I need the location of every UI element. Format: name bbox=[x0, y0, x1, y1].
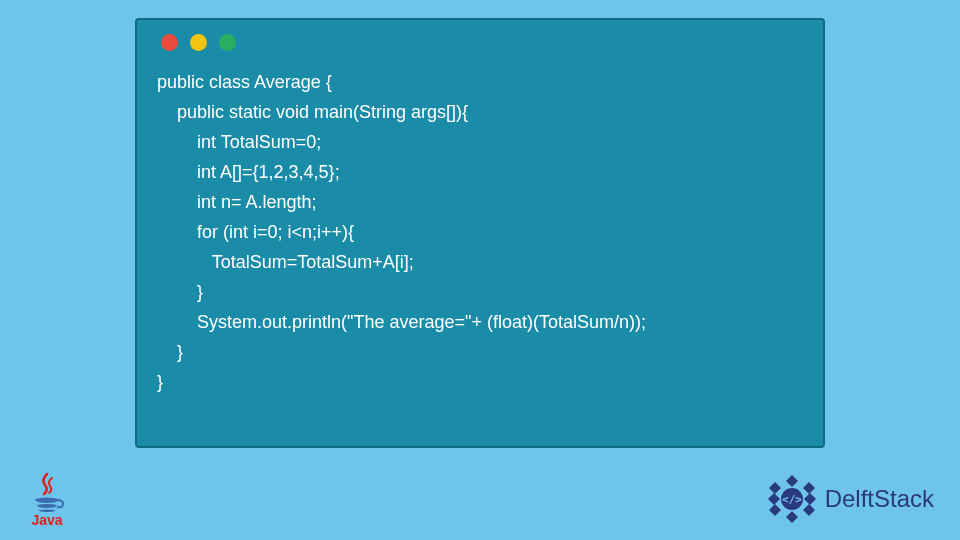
code-line: public class Average { bbox=[157, 72, 332, 92]
code-window: public class Average { public static voi… bbox=[135, 18, 825, 448]
svg-marker-1 bbox=[803, 482, 815, 494]
code-block: public class Average { public static voi… bbox=[157, 67, 803, 397]
code-line: int A[]={1,2,3,4,5}; bbox=[157, 162, 340, 182]
java-logo: Java bbox=[20, 472, 74, 532]
maximize-icon bbox=[219, 34, 236, 51]
svg-text:</>: </> bbox=[782, 493, 802, 506]
svg-marker-7 bbox=[769, 482, 781, 494]
svg-marker-4 bbox=[786, 511, 798, 523]
code-line: public static void main(String args[]){ bbox=[157, 102, 468, 122]
code-line: System.out.println("The average="+ (floa… bbox=[157, 312, 646, 332]
svg-marker-5 bbox=[769, 504, 781, 516]
close-icon bbox=[161, 34, 178, 51]
code-line: int n= A.length; bbox=[157, 192, 317, 212]
traffic-lights bbox=[161, 34, 803, 51]
delftstack-logo: </> DelftStack bbox=[765, 472, 934, 526]
code-line: for (int i=0; i<n;i++){ bbox=[157, 222, 354, 242]
svg-marker-3 bbox=[803, 504, 815, 516]
java-cup-icon bbox=[27, 472, 67, 514]
svg-marker-6 bbox=[768, 493, 780, 505]
code-line: } bbox=[157, 342, 183, 362]
code-line: TotalSum=TotalSum+A[i]; bbox=[157, 252, 414, 272]
minimize-icon bbox=[190, 34, 207, 51]
delftstack-icon: </> bbox=[765, 472, 819, 526]
delftstack-label: DelftStack bbox=[825, 485, 934, 513]
code-line: int TotalSum=0; bbox=[157, 132, 321, 152]
code-line: } bbox=[157, 372, 163, 392]
java-label: Java bbox=[31, 512, 62, 528]
code-line: } bbox=[157, 282, 203, 302]
svg-marker-2 bbox=[804, 493, 816, 505]
svg-marker-0 bbox=[786, 475, 798, 487]
